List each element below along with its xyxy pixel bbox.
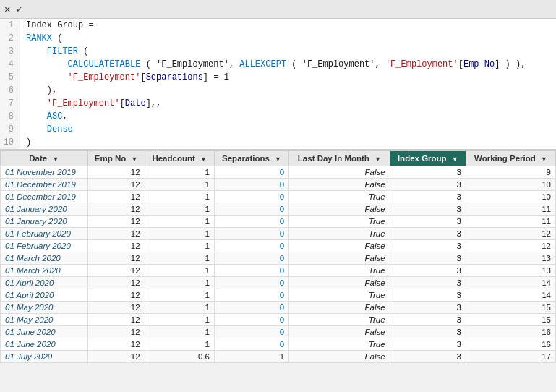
- table-cell: 13: [466, 265, 556, 277]
- table-row: 01 April 20201210False314: [1, 277, 556, 289]
- table-cell: 0: [214, 228, 288, 240]
- code-content: ): [20, 136, 31, 149]
- table-row: 01 April 20201210True314: [1, 289, 556, 302]
- table-cell: 3: [390, 179, 466, 191]
- table-cell: 3: [390, 314, 466, 326]
- table-row: 01 February 20201210False312: [1, 240, 556, 252]
- code-line: 8 ASC,: [0, 110, 556, 123]
- table-cell: 15: [466, 302, 556, 314]
- table-row: 01 December 20191210True310: [1, 191, 556, 203]
- column-header-lastday[interactable]: Last Day In Month ▼: [289, 151, 390, 166]
- table-cell: 12: [87, 203, 145, 216]
- table-row: 01 May 20201210True315: [1, 314, 556, 326]
- table-cell: 3: [390, 351, 466, 363]
- code-content: ),: [20, 84, 57, 97]
- table-cell: True: [289, 228, 390, 240]
- table-cell: 11: [466, 203, 556, 216]
- filter-icon[interactable]: ▼: [541, 155, 547, 163]
- table-cell: 1: [145, 314, 214, 326]
- table-cell: 12: [87, 277, 145, 289]
- table-cell: 3: [390, 240, 466, 252]
- table-cell: 01 June 2020: [1, 338, 88, 351]
- confirm-button[interactable]: ✓: [16, 3, 22, 15]
- filter-icon[interactable]: ▼: [375, 155, 381, 163]
- table-cell: 01 April 2020: [1, 277, 88, 289]
- table-cell: 0: [214, 302, 288, 314]
- table-row: 01 May 20201210False315: [1, 302, 556, 314]
- table-cell: 12: [87, 302, 145, 314]
- table-cell: 10: [466, 191, 556, 203]
- code-line: 1Index Group =: [0, 19, 556, 32]
- table-cell: 1: [145, 179, 214, 191]
- table-cell: False: [289, 351, 390, 363]
- table-cell: 1: [145, 326, 214, 338]
- line-number: 8: [0, 110, 20, 123]
- line-number: 4: [0, 58, 20, 71]
- table-cell: True: [289, 338, 390, 351]
- table-cell: 0: [214, 314, 288, 326]
- column-header-date[interactable]: Date ▼: [1, 151, 88, 166]
- table-cell: 12: [466, 228, 556, 240]
- filter-icon[interactable]: ▼: [275, 155, 281, 163]
- table-cell: 01 March 2020: [1, 265, 88, 277]
- table-cell: 1: [145, 302, 214, 314]
- table-cell: 1: [145, 191, 214, 203]
- table-cell: 01 April 2020: [1, 289, 88, 302]
- column-header-separations[interactable]: Separations ▼: [214, 151, 288, 166]
- table-cell: True: [289, 191, 390, 203]
- table-container[interactable]: Date ▼Emp No ▼Headcount ▼Separations ▼La…: [0, 150, 556, 363]
- table-cell: False: [289, 326, 390, 338]
- table-cell: 3: [390, 289, 466, 302]
- table-cell: 3: [390, 338, 466, 351]
- code-content: CALCULATETABLE ( 'F_Employment', ALLEXCE…: [20, 58, 526, 71]
- code-content: ASC,: [20, 110, 68, 123]
- table-cell: True: [289, 314, 390, 326]
- table-cell: 12: [87, 252, 145, 265]
- filter-icon[interactable]: ▼: [131, 155, 137, 163]
- table-cell: 01 December 2019: [1, 179, 88, 191]
- column-header-workingperiod[interactable]: Working Period ▼: [466, 151, 556, 166]
- table-cell: 1: [145, 289, 214, 302]
- table-cell: 1: [145, 277, 214, 289]
- table-cell: 12: [87, 265, 145, 277]
- top-bar: ✕ ✓: [0, 0, 556, 19]
- table-cell: 3: [390, 203, 466, 216]
- table-cell: 01 November 2019: [1, 166, 88, 179]
- table-cell: 01 January 2020: [1, 216, 88, 228]
- line-number: 6: [0, 84, 20, 97]
- table-cell: False: [289, 252, 390, 265]
- table-cell: 1: [214, 351, 288, 363]
- code-line: 4 CALCULATETABLE ( 'F_Employment', ALLEX…: [0, 58, 556, 71]
- filter-icon[interactable]: ▼: [452, 155, 458, 163]
- code-line: 10): [0, 136, 556, 149]
- table-cell: 10: [466, 179, 556, 191]
- table-cell: 3: [390, 265, 466, 277]
- cancel-button[interactable]: ✕: [4, 3, 10, 15]
- table-row: 01 January 20201210True311: [1, 216, 556, 228]
- code-line: 7 'F_Employment'[Date],,: [0, 97, 556, 110]
- line-number: 5: [0, 71, 20, 84]
- table-cell: 3: [390, 191, 466, 203]
- table-cell: 11: [466, 216, 556, 228]
- table-cell: 0: [214, 203, 288, 216]
- column-header-indexgroup[interactable]: Index Group ▼: [390, 151, 466, 166]
- table-cell: 3: [390, 326, 466, 338]
- code-content: Index Group =: [20, 19, 99, 32]
- filter-icon[interactable]: ▼: [52, 155, 59, 163]
- table-cell: 12: [466, 240, 556, 252]
- filter-icon[interactable]: ▼: [200, 155, 207, 163]
- table-cell: 3: [390, 302, 466, 314]
- line-number: 9: [0, 123, 20, 136]
- column-header-empno[interactable]: Emp No ▼: [87, 151, 145, 166]
- table-cell: False: [289, 302, 390, 314]
- table-cell: True: [289, 265, 390, 277]
- code-content: Dense: [20, 123, 73, 136]
- table-row: 01 January 20201210False311: [1, 203, 556, 216]
- code-line: 2RANKX (: [0, 32, 556, 45]
- column-header-headcount[interactable]: Headcount ▼: [145, 151, 214, 166]
- table-cell: 0: [214, 240, 288, 252]
- table-cell: 0: [214, 179, 288, 191]
- table-cell: 3: [390, 216, 466, 228]
- code-content: 'F_Employment'[Date],,: [20, 97, 161, 110]
- table-cell: 0: [214, 191, 288, 203]
